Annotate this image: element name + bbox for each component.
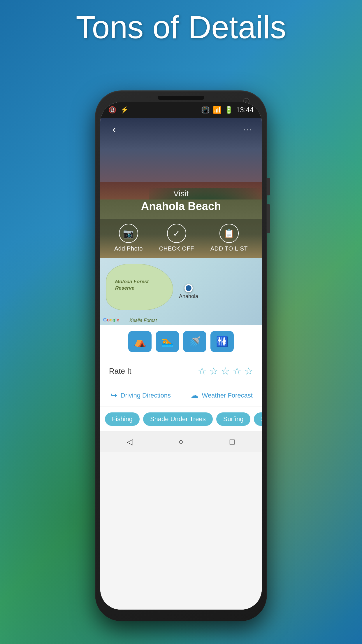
phone-side-btn-1: [267, 178, 270, 195]
status-right-icons: 📳 📶 🔋 13:44: [201, 106, 254, 114]
system-nav-bar: ◁ ○ □: [100, 431, 262, 452]
list-add-icon: 📋: [219, 224, 239, 243]
more-options-button[interactable]: ···: [241, 123, 255, 136]
google-logo: Google: [103, 317, 119, 323]
shower-icon[interactable]: 🚿: [183, 331, 206, 352]
directions-icon: ↪: [110, 391, 117, 400]
app-content: ‹ ··· Visit Anahola Beach 📷 Add Photo: [100, 118, 262, 610]
battery-icon: 🔋: [224, 106, 233, 114]
stars-row: ☆ ☆ ☆ ☆ ☆: [198, 365, 253, 377]
map-section[interactable]: Moloaa ForestReserve Anahola Google Keal…: [100, 258, 262, 325]
restroom-icon[interactable]: 🚻: [210, 331, 234, 352]
phone-screen: 📵 ⚡ 📳 📶 🔋 13:44: [100, 102, 262, 610]
phone-frame: 📵 ⚡ 📳 📶 🔋 13:44: [95, 90, 267, 621]
star-1[interactable]: ☆: [198, 365, 206, 377]
add-to-list-button[interactable]: 📋 ADD TO LIST: [210, 224, 248, 252]
status-bar: 📵 ⚡ 📳 📶 🔋 13:44: [100, 102, 262, 118]
hero-section: ‹ ··· Visit Anahola Beach 📷 Add Photo: [100, 118, 262, 258]
vibrate-icon: 📳: [201, 106, 210, 114]
tags-row: Fishing Shade Under Trees Surfing Snorke…: [100, 407, 262, 431]
phone-side-btn-2: [267, 204, 270, 233]
camera-icon: 📷: [119, 224, 138, 243]
tag-snorkeling[interactable]: Snorkeling: [254, 412, 262, 426]
star-2[interactable]: ☆: [209, 365, 218, 377]
map-pin-label: Anahola: [179, 293, 198, 300]
driving-directions-link[interactable]: ↪ Driving Directions: [100, 384, 181, 407]
check-off-button[interactable]: ✓ CHECK OFF: [159, 224, 194, 252]
phone-speaker: [158, 96, 204, 100]
hero-text: Visit Anahola Beach: [100, 189, 262, 213]
rating-section: Rate It ☆ ☆ ☆ ☆ ☆: [100, 358, 262, 384]
swimming-icon[interactable]: 🏊: [156, 331, 179, 352]
recent-nav-button[interactable]: □: [226, 435, 238, 448]
map-forest-label: Moloaa ForestReserve: [115, 279, 149, 291]
time-display: 13:44: [236, 106, 254, 114]
hero-beach-name: Anahola Beach: [100, 200, 262, 213]
map-background: Moloaa ForestReserve Anahola Google Keal…: [100, 258, 262, 325]
hero-visit-label: Visit: [100, 189, 262, 198]
map-land-area: Moloaa ForestReserve: [106, 264, 173, 310]
picnic-icon[interactable]: ⛺: [128, 331, 152, 352]
action-row: 📷 Add Photo ✓ CHECK OFF 📋 ADD TO LIST: [100, 219, 262, 258]
back-nav-button[interactable]: ◁: [124, 435, 136, 448]
add-photo-button[interactable]: 📷 Add Photo: [114, 224, 143, 252]
map-kealia-label: Kealia Forest: [129, 318, 157, 323]
status-left-icons: 📵 ⚡: [108, 106, 128, 114]
flash-icon: ⚡: [120, 106, 128, 114]
page-title: Tons of Details: [0, 9, 362, 46]
tag-shade[interactable]: Shade Under Trees: [143, 412, 213, 426]
map-pin-dot: [184, 284, 193, 292]
star-3[interactable]: ☆: [221, 365, 230, 377]
phone-outer: 📵 ⚡ 📳 📶 🔋 13:44: [95, 90, 267, 621]
add-photo-label: Add Photo: [114, 245, 143, 252]
amenity-row: ⛺ 🏊 🚿 🚻: [100, 325, 262, 358]
check-off-label: CHECK OFF: [159, 245, 194, 252]
nav-bar: ‹ ···: [100, 118, 262, 141]
weather-icon: ☁: [190, 391, 198, 400]
weather-forecast-label: Weather Forecast: [202, 392, 253, 399]
driving-directions-label: Driving Directions: [121, 392, 171, 399]
weather-forecast-link[interactable]: ☁ Weather Forecast: [181, 384, 262, 407]
signal-icon: 📶: [213, 106, 222, 114]
star-5[interactable]: ☆: [244, 365, 253, 377]
star-4[interactable]: ☆: [233, 365, 241, 377]
back-button[interactable]: ‹: [107, 123, 121, 136]
checkmark-icon: ✓: [167, 224, 186, 243]
map-pin: Anahola: [179, 284, 198, 300]
no-signal-icon: 📵: [108, 106, 116, 114]
tag-fishing[interactable]: Fishing: [105, 412, 140, 426]
home-nav-button[interactable]: ○: [175, 435, 187, 448]
tag-surfing[interactable]: Surfing: [216, 412, 251, 426]
bottom-links: ↪ Driving Directions ☁ Weather Forecast: [100, 384, 262, 407]
rating-label: Rate It: [109, 367, 131, 376]
add-to-list-label: ADD TO LIST: [210, 245, 248, 252]
